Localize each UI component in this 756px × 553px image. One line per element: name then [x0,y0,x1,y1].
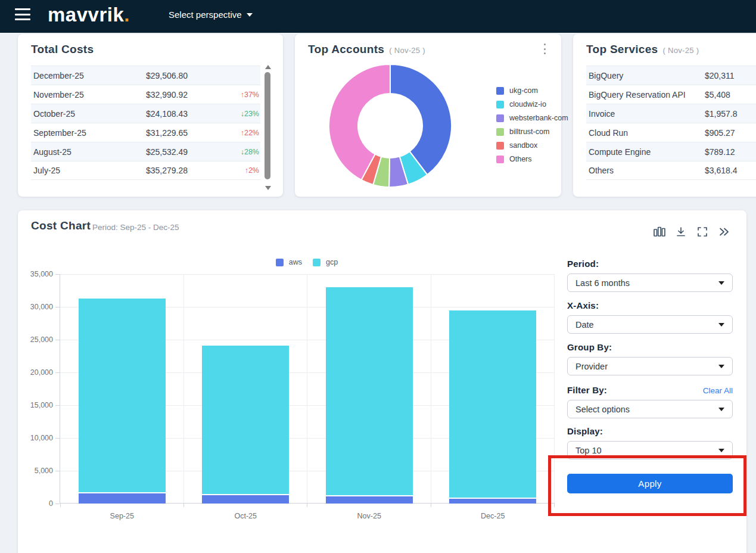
apply-button[interactable]: Apply [567,474,733,493]
top-accounts-card: Top Accounts( Nov-25 ) ukg-comcloudwiz-i… [295,34,561,197]
chevron-down-icon [718,365,724,368]
y-axis-tick [55,372,60,373]
legend-item-ukg-com[interactable]: ukg-com [496,86,568,95]
bar-chart-icon[interactable] [654,226,665,238]
row-amount: $31,229.65 [146,128,188,138]
legend-swatch [496,128,504,136]
double-chevron-right-icon[interactable] [718,226,730,238]
select-filterby[interactable]: Select options [567,400,733,418]
y-axis-tick [55,340,60,340]
legend-item-gcp[interactable]: gcp [313,258,338,266]
top-services-title-text: Top Services [586,43,658,55]
legend-swatch [496,114,504,122]
bar-segment-gcp-Dec-25[interactable] [449,310,536,498]
row-month: November-25 [33,90,84,100]
total-costs-title: Total Costs [31,43,94,56]
top-services-period: ( Nov-25 ) [662,46,699,55]
top-services-title: Top Services( Nov-25 ) [586,43,699,56]
bar-segment-aws-Dec-25[interactable] [449,499,536,504]
y-axis-tick-label: 20,000 [18,368,53,377]
select-value: Date [575,320,594,330]
bar-segment-aws-Oct-25[interactable] [202,495,289,504]
chevron-down-icon [718,323,724,327]
control-label-row: X-Axis: [567,300,733,310]
table-row: November-25$32,990.92↑37% [31,85,260,104]
row-month: December-25 [33,71,84,80]
cost-chart-period-label: Period: Sep-25 - Dec-25 [92,223,179,232]
table-row: Invoice$1,957.8 [586,104,756,123]
top-accounts-donut-chart[interactable] [316,63,465,192]
select-display[interactable]: Top 10 [567,441,733,459]
row-month: October-25 [33,109,75,119]
table-row: BigQuery Reservation API$5,408 [586,85,756,104]
legend-item-sandbox[interactable]: sandbox [496,141,568,150]
select-value: Provider [575,362,608,371]
row-change-badge: ↑2% [245,166,259,175]
select-xaxis[interactable]: Date [567,315,733,334]
y-axis-tick-label: 5,000 [18,467,53,475]
chevron-down-icon [718,281,724,285]
scroll-up-icon[interactable] [265,65,271,69]
clear-all-link[interactable]: Clear All [703,386,733,395]
row-service: Compute Engine [589,147,651,157]
logo-text: mavvrik [48,4,124,26]
select-period[interactable]: Last 6 months [567,274,733,292]
control-group-display: Display:Top 10 [567,426,733,459]
scroll-down-icon[interactable] [265,186,271,190]
legend-label: sandbox [509,141,537,150]
control-label: X-Axis: [567,300,599,310]
y-axis-tick [55,504,60,504]
kebab-menu-icon[interactable] [540,44,549,54]
chevron-down-icon [718,408,724,411]
x-axis-label: Dec-25 [431,512,555,520]
control-label: Period: [567,259,599,269]
legend-label: gcp [326,258,338,266]
bar-segment-aws-Nov-25[interactable] [326,496,413,504]
bar-segment-gcp-Sep-25[interactable] [79,299,166,492]
cost-bar-chart[interactable]: 05,00010,00015,00020,00025,00030,00035,0… [60,274,554,504]
select-perspective-dropdown[interactable]: Select perspective [169,10,253,20]
table-scrollbar[interactable] [264,64,272,190]
table-row: December-25$29,506.80 [31,66,260,85]
select-perspective-label: Select perspective [169,10,242,20]
legend-swatch [496,87,504,95]
legend-item-websterbank-com[interactable]: websterbank-com [496,114,568,122]
bar-segment-gcp-Nov-25[interactable] [326,287,413,495]
legend-swatch [496,101,504,108]
row-month: July-25 [33,166,60,175]
legend-swatch [496,142,504,150]
legend-item-Others[interactable]: Others [496,155,568,163]
bar-segment-gcp-Oct-25[interactable] [202,346,289,494]
x-axis-tick [554,504,555,507]
row-amount: $24,108.43 [146,109,188,119]
row-amount: $32,990.92 [146,90,188,100]
control-group-groupby: Group By:Provider [567,342,733,375]
bar-segment-aws-Sep-25[interactable] [79,493,166,504]
y-axis-tick-label: 25,000 [18,335,53,344]
hamburger-menu-icon[interactable] [15,8,30,20]
select-groupby[interactable]: Provider [567,357,733,375]
x-axis-tick [307,504,307,507]
scrollbar-thumb[interactable] [265,72,270,179]
legend-label: aws [289,258,302,266]
legend-item-cloudwiz-io[interactable]: cloudwiz-io [496,100,568,108]
download-icon[interactable] [675,226,687,238]
select-value: Select options [575,405,630,414]
fullscreen-icon[interactable] [696,226,708,238]
logo-dot: . [124,4,130,26]
bar-chart-legend: awsgcp [60,258,554,266]
row-month: September-25 [33,128,86,138]
app-logo: mavvrik. [48,4,130,26]
table-row: September-25$31,229.65↑22% [31,123,260,142]
row-amount: $789.12 [705,147,735,157]
top-accounts-period: ( Nov-25 ) [389,46,425,55]
control-label-row: Group By: [567,342,733,352]
legend-item-aws[interactable]: aws [276,258,302,266]
legend-item-billtrust-com[interactable]: billtrust-com [496,128,568,136]
select-value: Top 10 [575,446,602,455]
row-amount: $3,618.4 [705,166,738,175]
table-row: July-25$35,279.28↑2% [31,161,260,180]
top-accounts-title-text: Top Accounts [308,43,384,55]
cost-chart-card: Cost Chart Period: Sep-25 - Dec-25 awsgc… [18,210,746,553]
chevron-down-icon [718,449,724,452]
